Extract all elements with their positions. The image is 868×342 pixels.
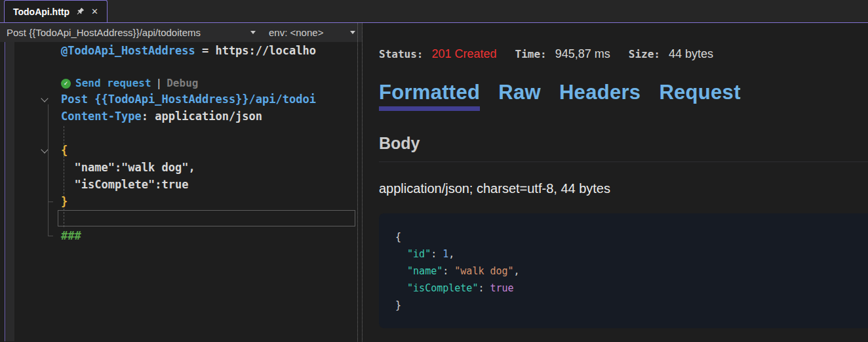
request-selector-value: Post {{TodoApi_HostAddress}}/api/todoite…	[7, 27, 201, 38]
code-lens: ✓ Send request | Debug	[0, 76, 357, 91]
environment-selector-value: env: <none>	[269, 27, 323, 38]
editor-line-blank	[0, 59, 357, 76]
editor-lines: @TodoApi_HostAddress = https://localho ✓…	[0, 42, 357, 341]
editor-line-blank	[0, 125, 357, 142]
editor-line-separator: ###	[0, 227, 357, 244]
request-selector-dropdown[interactable]: Post {{TodoApi_HostAddress}}/api/todoite…	[0, 23, 262, 42]
editor-line-variable: @TodoApi_HostAddress = https://localho	[0, 42, 357, 59]
json-line-open: {	[395, 228, 868, 246]
status-code-value: 201 Created	[431, 47, 496, 61]
size-value: 44 bytes	[669, 47, 713, 61]
editor-line-json-iscomplete: "isComplete":true	[0, 176, 357, 193]
header-value: : application/json	[142, 110, 262, 123]
active-tab-underline	[379, 106, 480, 111]
json-line-id: "id": 1,	[395, 246, 868, 263]
request-url: {{TodoApi_HostAddress}}/api/todoi	[94, 93, 316, 106]
size-label: Size:	[629, 48, 660, 60]
variable-value: = https://localho	[195, 44, 316, 57]
variable-name: @TodoApi_HostAddress	[61, 44, 195, 57]
time-label: Time:	[515, 48, 547, 60]
pin-icon[interactable]	[76, 7, 85, 16]
debug-link[interactable]: Debug	[167, 76, 198, 91]
editor-line-cursor	[0, 210, 357, 227]
editor-line-brace-close: }	[0, 193, 357, 210]
request-toolbar: Post {{TodoApi_HostAddress}}/api/todoite…	[0, 23, 362, 42]
http-editor-pane: Post {{TodoApi_HostAddress}}/api/todoite…	[0, 23, 363, 341]
tab-request[interactable]: Request	[659, 81, 740, 104]
editor-line-header: Content-Type: application/json	[0, 108, 357, 125]
check-circle-icon: ✓	[61, 79, 71, 89]
tab-headers[interactable]: Headers	[559, 81, 641, 104]
tab-title: TodoApi.http	[13, 7, 69, 17]
environment-selector-dropdown[interactable]: env: <none>	[262, 23, 362, 42]
tab-formatted[interactable]: Formatted	[379, 81, 480, 104]
chevron-down-icon	[250, 31, 256, 34]
http-file-editor[interactable]: @TodoApi_HostAddress = https://localho ✓…	[0, 42, 357, 341]
send-request-link[interactable]: Send request	[75, 76, 151, 91]
response-panel: Status: 201 Created Time: 945,87 ms Size…	[363, 23, 868, 341]
response-json-body: { "id": 1, "name": "walk dog", "isComple…	[379, 213, 868, 328]
content-type-summary: application/json; charset=utf-8, 44 byte…	[379, 181, 868, 196]
json-line-name: "name": "walk dog",	[395, 263, 868, 280]
section-divider	[379, 161, 868, 162]
tab-todoapi-http[interactable]: TodoApi.http ✕	[4, 0, 108, 22]
chevron-down-icon	[350, 31, 355, 34]
response-tabs: Formatted Raw Headers Request	[379, 81, 868, 104]
body-section-heading: Body	[379, 134, 868, 153]
json-line-iscomplete: "isComplete": true	[395, 280, 868, 297]
header-key: Content-Type	[61, 110, 142, 123]
editor-line-brace-open: {	[0, 142, 357, 159]
close-icon[interactable]: ✕	[91, 7, 98, 16]
tab-raw[interactable]: Raw	[498, 81, 541, 104]
editor-line-request: Post {{TodoApi_HostAddress}}/api/todoi	[0, 91, 357, 108]
code-lens-divider: |	[156, 76, 163, 91]
editor-line-json-name: "name":"walk dog",	[0, 159, 357, 176]
time-value: 945,87 ms	[555, 47, 610, 61]
json-line-close: }	[395, 297, 868, 314]
http-method: Post	[61, 93, 94, 106]
response-status-row: Status: 201 Created Time: 945,87 ms Size…	[379, 23, 868, 61]
tab-bar: TodoApi.http ✕	[0, 0, 868, 23]
status-label: Status:	[379, 48, 423, 60]
